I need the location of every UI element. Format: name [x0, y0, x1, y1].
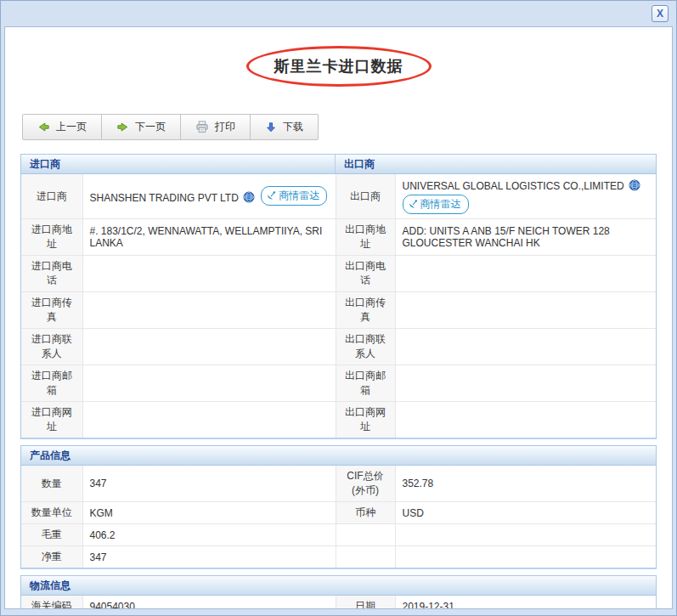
- close-icon: X: [657, 8, 663, 20]
- exporter-name: UNIVERSAL GLOBAL LOGISTICS CO.,LIMITED: [403, 180, 624, 192]
- cif-total-label: CIF总价(外币): [336, 466, 395, 502]
- exporter-email-value: [395, 365, 656, 402]
- quantity-label: 数量: [21, 466, 82, 502]
- radar-badge[interactable]: 商情雷达: [261, 186, 327, 206]
- dialog-titlebar: X: [1, 1, 676, 26]
- importer-website-value: [82, 402, 336, 438]
- close-button[interactable]: X: [652, 5, 669, 22]
- exporter-contact-label: 出口商联系人: [336, 329, 395, 365]
- logistics-section-header: 物流信息: [21, 576, 656, 596]
- importer-phone-value: [82, 256, 336, 292]
- next-page-button[interactable]: 下一页: [102, 115, 181, 139]
- importer-email-value: [82, 365, 336, 402]
- table-row: 进口商邮箱 出口商邮箱: [21, 365, 656, 402]
- content-panel: 斯里兰卡进口数据 上一页 下一页: [4, 26, 673, 609]
- table-row: 进口商电话 出口商电话: [21, 256, 656, 292]
- print-button[interactable]: 打印: [181, 115, 251, 139]
- importer-label: 进口商: [21, 174, 82, 219]
- parties-table: 进口商 SHANSHEN TRADING PVT LTD 商情雷达 出口商 UN…: [21, 174, 656, 438]
- satellite-dish-icon: [408, 199, 418, 209]
- table-row: 净重 347: [21, 546, 656, 568]
- quantity-value: 347: [82, 466, 336, 502]
- table-row: 毛重 406.2: [21, 524, 656, 546]
- prev-page-button[interactable]: 上一页: [23, 115, 102, 139]
- exporter-website-label: 出口商网址: [336, 402, 395, 438]
- empty-label-cell: [336, 524, 395, 546]
- dialog-window: X 斯里兰卡进口数据 上一页 下一页: [0, 0, 677, 616]
- radar-badge-label: 商情雷达: [420, 195, 461, 212]
- red-circle-annotation: 斯里兰卡进口数据: [246, 46, 432, 87]
- arrow-down-icon: [265, 122, 277, 133]
- date-value: 2019-12-31: [395, 596, 656, 609]
- arrow-left-icon: [37, 121, 50, 133]
- exporter-fax-label: 出口商传真: [336, 292, 395, 329]
- globe-icon[interactable]: [629, 179, 640, 191]
- exporter-website-value: [395, 402, 656, 438]
- title-row: 斯里兰卡进口数据: [20, 46, 657, 102]
- exporter-phone-label: 出口商电话: [336, 256, 395, 292]
- printer-icon: [195, 121, 209, 133]
- table-row: 数量单位 KGM 币种 USD: [21, 502, 656, 524]
- section-logistics: 物流信息 海关编码 94054030 日期 2019-12-31 启运港 NAN…: [20, 575, 657, 609]
- importer-name: SHANSHEN TRADING PVT LTD: [90, 192, 239, 204]
- net-weight-label: 净重: [21, 546, 82, 568]
- currency-label: 币种: [336, 502, 395, 524]
- table-row: 进口商地址 #. 183/1C/2, WENNAWATTA, WELLAMPTI…: [21, 219, 656, 256]
- section-parties: 进口商 出口商 进口商 SHANSHEN TRADING PVT LTD 商情雷…: [20, 154, 657, 439]
- net-weight-value: 347: [82, 546, 336, 568]
- satellite-dish-icon: [266, 190, 276, 201]
- exporter-phone-value: [395, 256, 656, 292]
- gross-weight-value: 406.2: [82, 524, 336, 546]
- hs-code-label: 海关编码: [21, 596, 82, 609]
- quantity-unit-label: 数量单位: [21, 502, 82, 524]
- page-title: 斯里兰卡进口数据: [274, 58, 403, 75]
- importer-phone-label: 进口商电话: [21, 256, 82, 292]
- empty-value-cell: [395, 524, 656, 546]
- radar-badge[interactable]: 商情雷达: [403, 195, 469, 214]
- next-page-label: 下一页: [135, 120, 166, 134]
- importer-email-label: 进口商邮箱: [21, 365, 82, 402]
- importer-contact-value: [82, 329, 336, 365]
- importer-section-header: 进口商: [21, 155, 336, 173]
- download-button[interactable]: 下载: [251, 115, 318, 139]
- importer-fax-value: [82, 292, 336, 329]
- gross-weight-label: 毛重: [21, 524, 82, 546]
- globe-icon[interactable]: [243, 191, 255, 203]
- prev-page-label: 上一页: [56, 120, 87, 134]
- importer-contact-label: 进口商联系人: [21, 329, 82, 365]
- product-section-header: 产品信息: [21, 446, 656, 466]
- table-row: 数量 347 CIF总价(外币) 352.78: [21, 466, 656, 502]
- section-product: 产品信息 数量 347 CIF总价(外币) 352.78 数量单位 KGM 币种…: [20, 445, 657, 569]
- exporter-label: 出口商: [336, 174, 395, 219]
- cif-total-value: 352.78: [395, 466, 656, 502]
- logistics-table: 海关编码 94054030 日期 2019-12-31 启运港 NANSHA 船…: [21, 596, 656, 609]
- table-row: 进口商网址 出口商网址: [21, 402, 656, 438]
- table-row: 进口商联系人 出口商联系人: [21, 329, 656, 365]
- exporter-address-label: 出口商地址: [336, 219, 395, 256]
- radar-badge-label: 商情雷达: [279, 187, 319, 204]
- exporter-section-header: 出口商: [336, 155, 656, 173]
- table-row: 海关编码 94054030 日期 2019-12-31: [21, 596, 656, 609]
- print-label: 打印: [215, 120, 235, 134]
- table-row: 进口商传真 出口商传真: [21, 292, 656, 329]
- product-table: 数量 347 CIF总价(外币) 352.78 数量单位 KGM 币种 USD …: [21, 466, 656, 568]
- empty-label-cell: [336, 546, 395, 568]
- toolbar: 上一页 下一页 打印: [22, 114, 319, 140]
- currency-value: USD: [395, 502, 656, 524]
- date-label: 日期: [336, 596, 395, 609]
- exporter-contact-value: [395, 329, 656, 365]
- download-label: 下载: [283, 120, 303, 134]
- arrow-right-icon: [116, 121, 129, 133]
- quantity-unit-value: KGM: [82, 502, 336, 524]
- exporter-name-cell: UNIVERSAL GLOBAL LOGISTICS CO.,LIMITED 商…: [395, 174, 656, 219]
- empty-value-cell: [395, 546, 656, 568]
- exporter-email-label: 出口商邮箱: [336, 365, 395, 402]
- table-row: 进口商 SHANSHEN TRADING PVT LTD 商情雷达 出口商 UN…: [21, 174, 656, 219]
- exporter-address-value: ADD: UNITS A ANB 15/F NEICH TOWER 128 GL…: [395, 219, 656, 256]
- importer-address-value: #. 183/1C/2, WENNAWATTA, WELLAMPTIIYA, S…: [82, 219, 336, 256]
- hs-code-value: 94054030: [82, 596, 336, 609]
- exporter-fax-value: [395, 292, 656, 329]
- importer-fax-label: 进口商传真: [21, 292, 82, 329]
- importer-name-cell: SHANSHEN TRADING PVT LTD 商情雷达: [82, 174, 336, 219]
- importer-website-label: 进口商网址: [21, 402, 82, 438]
